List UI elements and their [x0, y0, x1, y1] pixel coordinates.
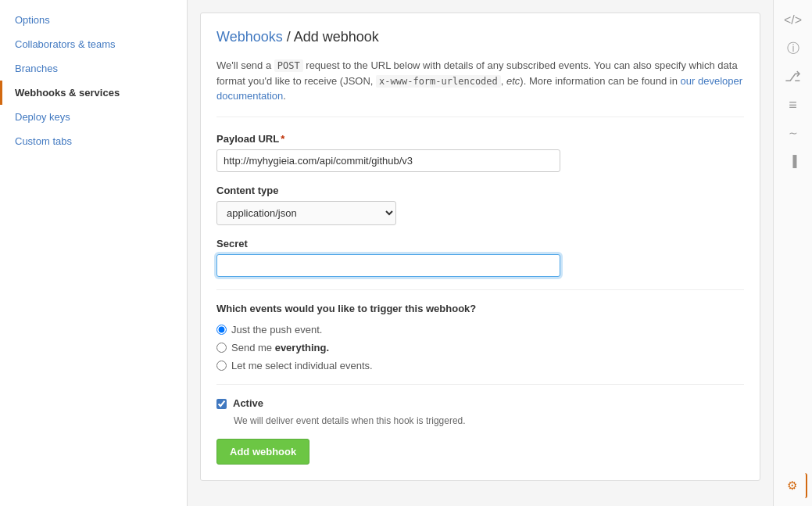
radio-everything: Send me everything. — [216, 342, 744, 353]
right-sidebar: </> ⓘ ⎇ ≡ ∼ ▐ ⚙ — [773, 0, 812, 506]
radio-everything-input[interactable] — [216, 343, 227, 353]
active-checkbox[interactable] — [216, 399, 227, 409]
add-webhook-button[interactable]: Add webhook — [216, 439, 309, 465]
required-star: * — [281, 133, 284, 145]
radio-individual-label[interactable]: Let me select individual events. — [231, 360, 373, 371]
radio-individual-input[interactable] — [216, 361, 227, 371]
events-section: Which events would you like to trigger t… — [216, 289, 744, 371]
content-type-label: Content type — [216, 185, 744, 196]
breadcrumb-current: Add webhook — [294, 29, 379, 45]
payload-url-input[interactable] — [216, 149, 560, 172]
main-content: Webhooks / Add webhook We'll send a POST… — [188, 0, 773, 506]
events-title: Which events would you like to trigger t… — [216, 303, 744, 314]
sidebar-item-deploy-keys[interactable]: Deploy keys — [0, 105, 187, 129]
secret-group: Secret — [216, 238, 744, 277]
radio-push-only-label[interactable]: Just the push event. — [231, 324, 322, 336]
active-checkbox-row: Active — [216, 397, 744, 409]
payload-url-label: Payload URL* — [216, 133, 744, 145]
sidebar-item-branches[interactable]: Branches — [0, 56, 187, 81]
sidebar-item-webhooks[interactable]: Webhooks & services — [0, 81, 187, 105]
merge-icon[interactable]: ⎇ — [779, 64, 807, 89]
settings-sidebar: Options Collaborators & teams Branches W… — [0, 0, 188, 506]
content-type-select[interactable]: application/json application/x-www-form-… — [216, 201, 396, 225]
radio-push-only-input[interactable] — [216, 325, 227, 335]
post-code: POST — [274, 59, 303, 72]
radio-individual: Let me select individual events. — [216, 360, 744, 371]
content-type-group: Content type application/json applicatio… — [216, 185, 744, 225]
secret-input[interactable] — [216, 254, 560, 277]
payload-url-group: Payload URL* — [216, 133, 744, 172]
info-paragraph: We'll send a POST request to the URL bel… — [216, 58, 744, 117]
sidebar-item-collaborators[interactable]: Collaborators & teams — [0, 32, 187, 56]
webhook-form-box: Webhooks / Add webhook We'll send a POST… — [200, 13, 760, 481]
active-section: Active We will deliver event details whe… — [216, 384, 744, 426]
active-label[interactable]: Active — [233, 397, 263, 409]
active-description: We will deliver event details when this … — [234, 415, 744, 426]
radio-everything-label[interactable]: Send me everything. — [231, 342, 329, 353]
list-icon[interactable]: ≡ — [779, 92, 807, 117]
sidebar-item-options[interactable]: Options — [0, 8, 187, 32]
radio-push-only: Just the push event. — [216, 324, 744, 336]
pulse-icon[interactable]: ∼ — [779, 120, 807, 145]
chart-icon[interactable]: ▐ — [779, 149, 807, 174]
breadcrumb-parent[interactable]: Webhooks — [216, 29, 283, 45]
breadcrumb-separator: / — [287, 29, 294, 45]
settings-icon[interactable]: ⚙ — [779, 473, 807, 498]
breadcrumb: Webhooks / Add webhook — [216, 29, 744, 45]
code-icon[interactable]: </> — [779, 8, 807, 33]
urlencoded-code: x-www-form-urlencoded — [376, 75, 501, 88]
secret-label: Secret — [216, 238, 744, 249]
sidebar-item-custom-tabs[interactable]: Custom tabs — [0, 129, 187, 153]
info-icon[interactable]: ⓘ — [779, 36, 807, 61]
